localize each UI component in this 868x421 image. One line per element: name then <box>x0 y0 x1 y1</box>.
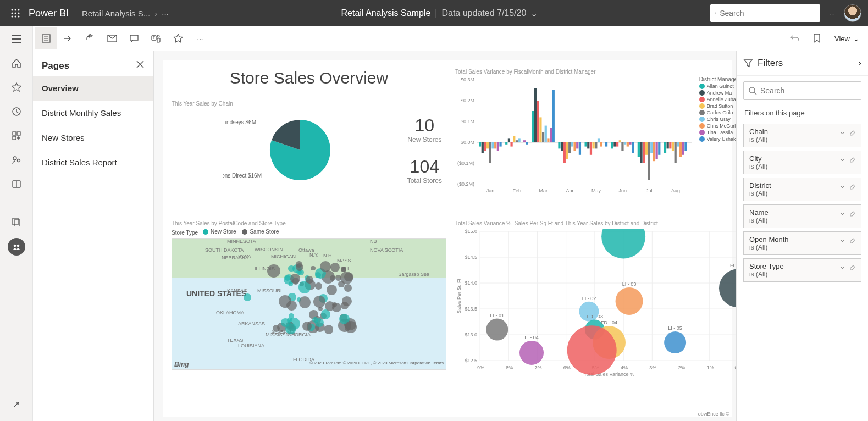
svg-rect-64 <box>534 88 537 142</box>
eraser-icon[interactable] <box>849 182 856 190</box>
chevron-down-icon: ⌄ <box>853 35 859 43</box>
comment-icon[interactable] <box>123 27 145 49</box>
pie-chart[interactable]: Lindseys $6M Fashions Direct $16M <box>223 109 355 191</box>
svg-rect-77 <box>568 142 571 153</box>
svg-rect-114 <box>667 142 669 148</box>
svg-point-25 <box>16 245 19 247</box>
eraser-icon[interactable] <box>849 209 856 217</box>
filter-card[interactable]: Store Typeis (All) ⌄ <box>743 258 861 282</box>
chevron-down-icon: ⌄ <box>839 262 845 270</box>
bar-chart[interactable]: ($0.2M)($0.1M)$0.0M$0.1M$0.2M$0.3MJanFeb… <box>455 77 692 195</box>
bar-chart-title: Total Sales Variance by FiscalMonth and … <box>455 69 736 75</box>
legend-item[interactable]: Brad Sutton <box>699 103 736 109</box>
svg-line-10 <box>716 14 716 14</box>
svg-text:-1%: -1% <box>705 365 714 370</box>
filter-card[interactable]: Chainis (All) ⌄ <box>743 124 861 147</box>
export-icon[interactable] <box>57 27 79 49</box>
eraser-icon[interactable] <box>849 263 856 270</box>
svg-text:-9%: -9% <box>476 365 484 370</box>
filters-panel: Filters › Filters on this page Chainis (… <box>736 51 868 421</box>
topbar-more[interactable]: ··· <box>829 9 835 18</box>
avatar[interactable] <box>844 4 861 22</box>
filter-card[interactable]: Nameis (All) ⌄ <box>743 204 861 228</box>
filter-search-input[interactable] <box>760 86 856 95</box>
app-launcher-icon[interactable] <box>7 4 24 22</box>
legend-item[interactable]: Valery Ushakov <box>699 136 736 142</box>
svg-rect-79 <box>573 142 576 151</box>
svg-rect-63 <box>532 111 534 142</box>
workspaces-icon[interactable] <box>3 209 30 234</box>
action-more[interactable]: ··· <box>189 27 211 49</box>
teams-icon[interactable]: T <box>145 27 167 49</box>
svg-rect-73 <box>558 142 560 148</box>
svg-point-7 <box>15 16 16 18</box>
title-bar: Retail Analysis Sample | Data updated 7/… <box>169 8 710 19</box>
favorite-icon[interactable] <box>167 27 189 49</box>
filters-section-title: Filters on this page <box>737 106 868 120</box>
svg-point-18 <box>13 157 16 160</box>
global-search-input[interactable] <box>720 9 816 18</box>
svg-rect-51 <box>499 142 501 147</box>
kpi-total-stores[interactable]: 104 Total Stores <box>407 157 442 185</box>
svg-text:Jun: Jun <box>618 188 627 193</box>
eraser-icon[interactable] <box>849 128 856 136</box>
svg-rect-74 <box>561 142 563 151</box>
legend-item[interactable]: Annelie Zubar <box>699 97 736 102</box>
hamburger-icon[interactable] <box>3 26 30 51</box>
learn-icon[interactable] <box>3 172 30 196</box>
view-menu[interactable]: View⌄ <box>828 35 866 43</box>
svg-rect-76 <box>566 142 568 159</box>
email-icon[interactable] <box>101 27 123 49</box>
chevron-down-icon[interactable]: ⌄ <box>530 8 538 19</box>
eraser-icon[interactable] <box>849 155 856 163</box>
filter-card[interactable]: Districtis (All) ⌄ <box>743 178 861 201</box>
svg-rect-95 <box>616 142 618 147</box>
map-visual[interactable]: UNITED STATES Sargasso Sea SOUTH DAKOTA … <box>172 238 446 370</box>
svg-rect-69 <box>547 138 549 142</box>
legend-item[interactable]: Chris Gray <box>699 117 736 122</box>
favorites-icon[interactable] <box>3 75 30 99</box>
svg-rect-101 <box>632 142 634 153</box>
filter-search[interactable] <box>743 81 861 100</box>
reading-view-icon[interactable] <box>35 27 57 49</box>
page-item[interactable]: District Sales Report <box>33 150 153 175</box>
page-item[interactable]: District Monthly Sales <box>33 101 153 125</box>
filter-icon <box>743 58 753 68</box>
expand-icon[interactable] <box>3 392 30 417</box>
legend-item[interactable]: Chris McGurk <box>699 123 736 129</box>
undo-icon[interactable] <box>784 27 806 49</box>
shared-icon[interactable] <box>3 148 30 172</box>
svg-rect-46 <box>486 142 489 148</box>
breadcrumb-more[interactable]: ··· <box>162 9 169 18</box>
page-item[interactable]: New Stores <box>33 125 153 150</box>
legend-item[interactable]: Tina Lassila <box>699 130 736 135</box>
collapse-icon[interactable]: › <box>858 58 861 69</box>
svg-rect-119 <box>679 142 682 157</box>
kpi-new-stores[interactable]: 10 New Stores <box>407 115 441 143</box>
recent-icon[interactable] <box>3 99 30 124</box>
breadcrumb-item[interactable]: Retail Analysis S... <box>82 9 150 18</box>
bookmark-icon[interactable] <box>806 27 828 49</box>
eraser-icon[interactable] <box>849 236 856 243</box>
page-item[interactable]: Overview <box>33 76 153 101</box>
brand-label[interactable]: Power BI <box>29 8 69 19</box>
close-icon[interactable] <box>136 60 145 71</box>
scatter-chart[interactable]: -9%-8%-7%-6%-5%-4%-3%-2%-1%0%$12.5$13.0$… <box>455 229 736 377</box>
svg-rect-104 <box>640 142 642 163</box>
chevron-down-icon: ⌄ <box>839 235 845 243</box>
global-search[interactable] <box>710 4 820 22</box>
svg-text:$13.5: $13.5 <box>465 306 477 312</box>
home-icon[interactable] <box>3 51 30 75</box>
legend-item[interactable]: Andrew Ma <box>699 90 736 96</box>
my-workspace-icon[interactable] <box>8 238 25 256</box>
search-icon <box>748 86 757 95</box>
svg-rect-98 <box>624 142 626 145</box>
filter-card[interactable]: Cityis (All) ⌄ <box>743 151 861 174</box>
create-icon[interactable] <box>3 124 30 148</box>
legend-item[interactable]: Allan Guinot <box>699 84 736 89</box>
terms-link[interactable]: Terms <box>432 361 444 365</box>
legend-item[interactable]: Carlos Grilo <box>699 110 736 115</box>
filter-card[interactable]: Open Monthis (All) ⌄ <box>743 231 861 255</box>
share-icon[interactable] <box>79 27 101 49</box>
action-bar: T ··· View⌄ <box>33 26 868 51</box>
